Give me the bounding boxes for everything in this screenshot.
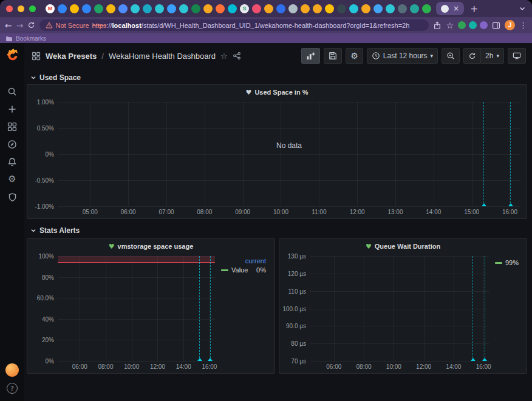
- refresh-button[interactable]: [463, 48, 480, 64]
- browser-menu-button[interactable]: ⋮: [519, 21, 527, 30]
- tab-favicon[interactable]: [143, 4, 152, 13]
- tab-favicon[interactable]: [313, 4, 322, 13]
- plot-area[interactable]: [58, 256, 215, 361]
- bookmarks-label[interactable]: Bookmarks: [16, 35, 46, 42]
- tab-favicon[interactable]: [203, 4, 213, 13]
- tab-favicon[interactable]: [337, 4, 346, 13]
- tab-favicon[interactable]: [264, 4, 273, 13]
- series-name[interactable]: 99%: [505, 259, 519, 266]
- gridline-horizontal: [58, 340, 215, 340]
- panel-header[interactable]: ♥ Used Space in %: [27, 85, 527, 99]
- extension-icon[interactable]: [469, 21, 477, 29]
- panel-header[interactable]: ♥ vmstorage space usage: [27, 239, 275, 254]
- dashboard-title[interactable]: WekaHome Health Dashboard: [109, 52, 216, 61]
- row-header-stats-alerts[interactable]: Stats Alerts: [27, 224, 527, 237]
- legend-current-header[interactable]: current: [221, 257, 266, 265]
- x-tick-label: 09:00: [235, 209, 250, 215]
- tab-favicon[interactable]: [106, 4, 115, 13]
- add-panel-button[interactable]: [301, 48, 320, 64]
- tab-favicon[interactable]: [216, 4, 225, 13]
- annotation-marker[interactable]: [472, 256, 473, 361]
- save-dashboard-button[interactable]: [324, 48, 342, 64]
- tab-favicon[interactable]: [325, 4, 334, 13]
- user-avatar[interactable]: [5, 363, 19, 377]
- share-button[interactable]: [433, 21, 442, 30]
- share-dashboard-icon[interactable]: [233, 52, 241, 60]
- sidebar-server-admin-button[interactable]: [0, 188, 24, 206]
- forward-button[interactable]: →: [16, 21, 24, 30]
- annotation-marker[interactable]: [210, 256, 211, 361]
- tab-favicon[interactable]: [179, 4, 188, 13]
- annotation-marker[interactable]: [199, 256, 200, 361]
- tab-favicon[interactable]: [118, 4, 128, 13]
- legend-series[interactable]: Value: [221, 266, 248, 274]
- back-button[interactable]: ←: [5, 21, 12, 30]
- legend-series[interactable]: 99%: [495, 259, 518, 266]
- tab-favicon[interactable]: [349, 4, 358, 13]
- tab-favicon[interactable]: [155, 4, 164, 13]
- sidebar-alerting-button[interactable]: [0, 153, 24, 170]
- traffic-light[interactable]: [6, 5, 13, 12]
- tab-favicon[interactable]: [131, 4, 140, 13]
- tab-favicon[interactable]: [58, 4, 67, 13]
- plot-area[interactable]: [310, 256, 489, 361]
- tab-close-icon[interactable]: ×: [453, 5, 459, 12]
- tab-favicon[interactable]: [167, 4, 176, 13]
- tab-favicon[interactable]: [361, 4, 370, 13]
- traffic-light[interactable]: [29, 5, 36, 12]
- annotation-marker[interactable]: [483, 102, 484, 206]
- tab-favicon[interactable]: [386, 4, 395, 13]
- row-header-used-space[interactable]: Used Space: [27, 71, 527, 84]
- sidebar-dashboards-button[interactable]: [0, 118, 24, 135]
- sidebar-search-button[interactable]: [0, 83, 24, 100]
- tab-favicon[interactable]: [373, 4, 383, 13]
- address-bar[interactable]: Not Secure https://localhost/stats/d/WH_…: [39, 19, 429, 31]
- tab-favicon[interactable]: [422, 4, 431, 13]
- annotation-marker[interactable]: [510, 102, 511, 206]
- reload-button[interactable]: [27, 21, 35, 29]
- new-tab-button[interactable]: +: [470, 3, 478, 15]
- sidebar-explore-button[interactable]: [0, 135, 24, 153]
- annotation-marker[interactable]: [485, 256, 485, 361]
- zoom-out-button[interactable]: [442, 48, 460, 64]
- breadcrumb-section[interactable]: Weka Presets: [46, 52, 97, 61]
- x-tick-label: 06:00: [121, 209, 136, 215]
- tab-favicon[interactable]: [398, 4, 407, 13]
- extension-icon[interactable]: [480, 21, 488, 29]
- bookmark-star-button[interactable]: ☆: [446, 21, 454, 30]
- tab-favicon[interactable]: [82, 4, 91, 13]
- favorite-star-button[interactable]: ☆: [220, 52, 228, 61]
- tab-favicon[interactable]: [301, 4, 310, 13]
- tab-favicon[interactable]: M: [46, 4, 55, 13]
- side-panel-button[interactable]: [492, 21, 500, 30]
- tab-favicon[interactable]: [191, 4, 200, 13]
- panel-header[interactable]: ♥ Queue Wait Duration: [279, 239, 527, 254]
- tab-favicon[interactable]: [94, 4, 103, 13]
- tab-favicon[interactable]: [288, 4, 298, 13]
- url-text[interactable]: https://localhost/stats/d/WH_Health_Dash…: [92, 22, 410, 29]
- time-range-picker[interactable]: Last 12 hours ▾: [367, 48, 438, 64]
- tab-favicon[interactable]: [410, 4, 419, 13]
- extension-icon[interactable]: [458, 21, 466, 29]
- profile-avatar[interactable]: J: [505, 20, 515, 30]
- refresh-interval-picker[interactable]: 2h ▾: [480, 48, 504, 64]
- grafana-logo[interactable]: [5, 48, 20, 66]
- active-tab[interactable]: ×: [436, 2, 464, 15]
- x-tick-label: 13:00: [387, 209, 403, 215]
- kiosk-mode-button[interactable]: [508, 48, 526, 64]
- window-controls[interactable]: [6, 5, 36, 12]
- tab-favicon[interactable]: [276, 4, 285, 13]
- tab-favicon[interactable]: S: [240, 4, 249, 13]
- tab-search-button[interactable]: [519, 5, 526, 12]
- tab-favicon[interactable]: [228, 4, 237, 13]
- tab-favicon[interactable]: [70, 4, 79, 13]
- sidebar-configuration-button[interactable]: ⚙: [0, 170, 24, 188]
- traffic-light[interactable]: [18, 5, 24, 12]
- plot-area[interactable]: No data: [58, 102, 520, 206]
- security-chip[interactable]: Not Secure: [46, 22, 89, 29]
- sidebar-create-button[interactable]: [0, 100, 24, 118]
- help-button[interactable]: ?: [7, 383, 18, 394]
- dashboard-settings-button[interactable]: ⚙: [346, 48, 363, 64]
- tab-favicon[interactable]: [252, 4, 261, 13]
- series-name[interactable]: Value: [231, 266, 248, 274]
